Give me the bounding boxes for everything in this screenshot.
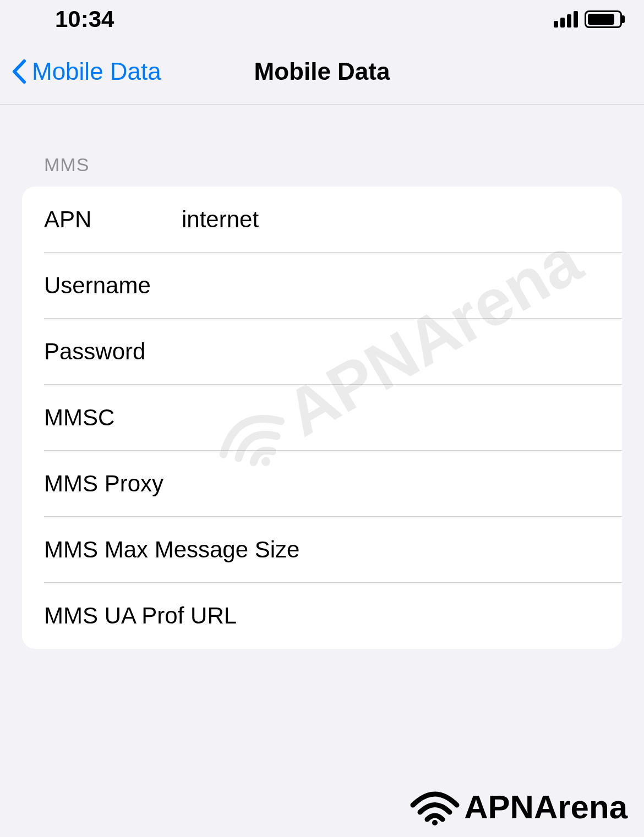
back-button[interactable]: Mobile Data: [0, 58, 161, 85]
nav-bar: Mobile Data Mobile Data: [0, 39, 644, 105]
username-label: Username: [44, 272, 176, 299]
back-label: Mobile Data: [32, 58, 161, 85]
mms-max-size-row[interactable]: MMS Max Message Size: [22, 517, 622, 583]
section-header-mms: MMS: [22, 105, 622, 187]
mms-ua-prof-label: MMS UA Prof URL: [44, 603, 237, 629]
footer-logo-text: APNArena: [464, 788, 627, 826]
page-title: Mobile Data: [254, 58, 390, 85]
status-time: 10:34: [55, 6, 114, 32]
mmsc-input[interactable]: [176, 404, 600, 431]
svg-point-1: [432, 820, 438, 825]
status-icons: [554, 10, 622, 28]
chevron-left-icon: [11, 59, 28, 84]
mms-settings-group: APN Username Password MMSC MMS Proxy MMS…: [22, 187, 622, 649]
password-row[interactable]: Password: [22, 319, 622, 385]
mms-proxy-label: MMS Proxy: [44, 471, 163, 497]
username-input[interactable]: [176, 272, 600, 299]
mms-proxy-row[interactable]: MMS Proxy: [22, 451, 622, 517]
username-row[interactable]: Username: [22, 253, 622, 319]
mmsc-row[interactable]: MMSC: [22, 385, 622, 451]
footer-logo: APNArena: [410, 787, 627, 826]
battery-icon: [585, 10, 622, 28]
apn-row[interactable]: APN: [22, 187, 622, 253]
mmsc-label: MMSC: [44, 404, 176, 431]
apn-label: APN: [44, 206, 176, 233]
mms-ua-prof-row[interactable]: MMS UA Prof URL: [22, 583, 622, 649]
apn-input[interactable]: [176, 206, 600, 233]
wifi-icon: [410, 787, 460, 826]
status-bar: 10:34: [0, 0, 644, 39]
cellular-signal-icon: [554, 11, 578, 28]
password-input[interactable]: [176, 338, 600, 365]
password-label: Password: [44, 338, 176, 365]
mms-max-size-label: MMS Max Message Size: [44, 537, 299, 563]
